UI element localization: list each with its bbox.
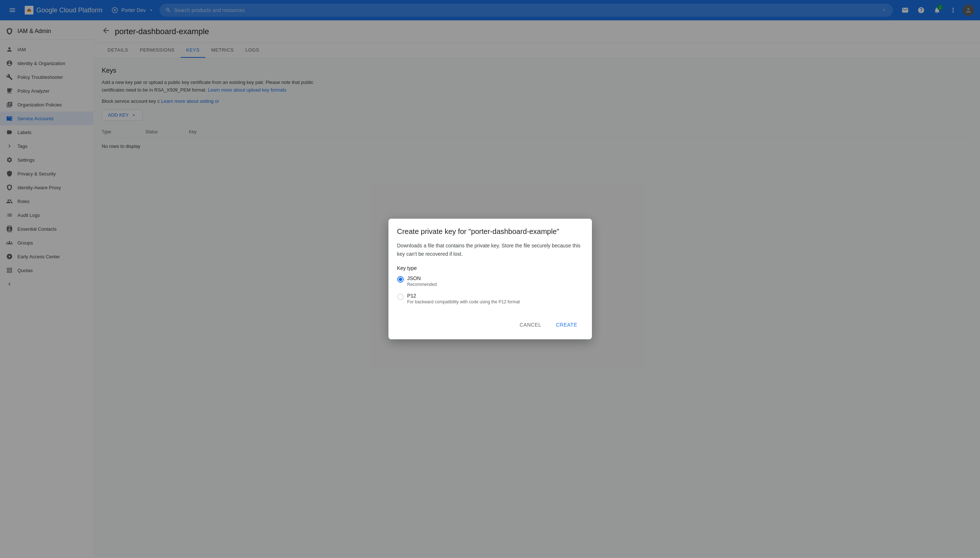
- dialog-actions: CANCEL CREATE: [397, 313, 583, 331]
- key-type-label: Key type: [397, 265, 583, 271]
- create-key-dialog: Create private key for "porter-dashboard…: [389, 219, 592, 339]
- p12-radio[interactable]: [397, 294, 404, 300]
- json-sublabel: Recommended: [407, 282, 437, 287]
- cancel-button[interactable]: CANCEL: [514, 319, 547, 331]
- p12-option[interactable]: P12 For backward compatibility with code…: [397, 293, 583, 304]
- json-label: JSON: [407, 276, 437, 281]
- json-option-text: JSON Recommended: [407, 276, 437, 287]
- dialog-description: Downloads a file that contains the priva…: [397, 241, 583, 258]
- p12-sublabel: For backward compatibility with code usi…: [407, 299, 520, 304]
- create-button[interactable]: CREATE: [550, 319, 583, 331]
- modal-overlay[interactable]: Create private key for "porter-dashboard…: [0, 0, 980, 558]
- p12-label: P12: [407, 293, 520, 299]
- dialog-title: Create private key for "porter-dashboard…: [397, 227, 583, 236]
- json-option[interactable]: JSON Recommended: [397, 276, 583, 287]
- json-radio[interactable]: [397, 276, 404, 282]
- p12-option-text: P12 For backward compatibility with code…: [407, 293, 520, 304]
